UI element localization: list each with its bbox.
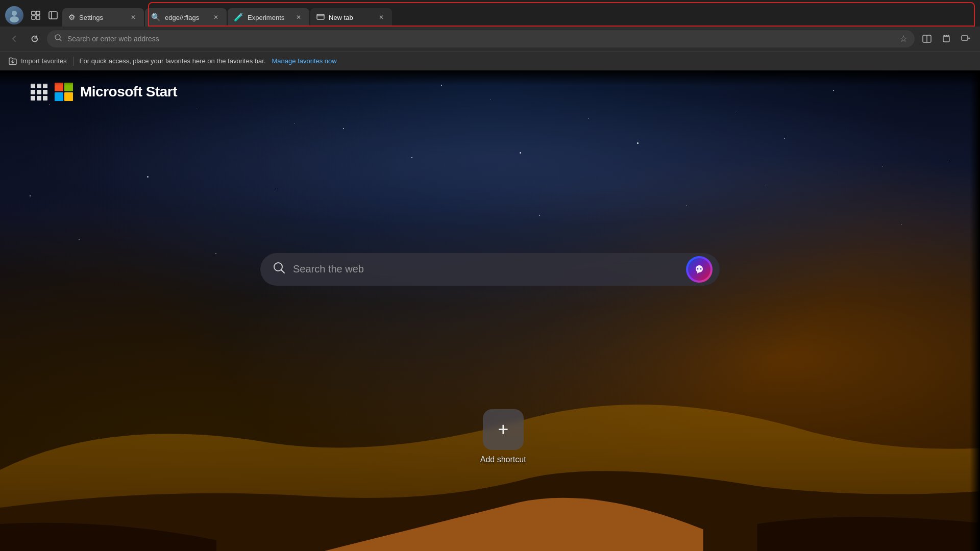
svg-point-1	[10, 16, 19, 22]
tab-experiments-close[interactable]: ✕	[294, 13, 303, 22]
tab-newtab[interactable]: New tab ✕	[310, 8, 392, 27]
newtab-tab-icon	[316, 13, 325, 22]
svg-point-22	[700, 268, 702, 269]
search-icon	[54, 34, 62, 44]
web-search-box[interactable]	[260, 253, 720, 286]
svg-point-21	[697, 268, 699, 269]
svg-rect-4	[32, 16, 35, 19]
address-bar[interactable]: ☆	[47, 30, 915, 47]
svg-rect-14	[943, 37, 949, 42]
tab-settings[interactable]: ⚙ Settings ✕	[62, 8, 144, 27]
refresh-button[interactable]	[27, 31, 43, 47]
copilot-button[interactable]	[686, 256, 713, 283]
tab-collections-button[interactable]	[28, 7, 44, 23]
top-border	[0, 70, 980, 86]
svg-rect-5	[36, 16, 40, 19]
tab-settings-label: Settings	[79, 14, 125, 21]
grid-dot	[37, 90, 41, 94]
add-shortcut[interactable]: + Add shortcut	[480, 409, 526, 464]
favorite-icon[interactable]: ☆	[899, 33, 908, 44]
search-box-container	[260, 253, 720, 286]
sidebar-toggle-button[interactable]	[45, 7, 61, 23]
grid-dot	[43, 96, 47, 101]
web-search-input[interactable]	[293, 263, 679, 275]
add-shortcut-icon: +	[498, 419, 508, 440]
address-input[interactable]	[67, 35, 894, 43]
tab-flags-close[interactable]: ✕	[211, 13, 220, 22]
svg-rect-8	[317, 14, 324, 19]
svg-point-19	[274, 263, 282, 271]
profile-avatar[interactable]	[5, 6, 23, 24]
split-screen-button[interactable]	[919, 31, 935, 47]
favorites-message: For quick access, place your favorites h…	[80, 57, 266, 65]
flags-tab-icon: 🔍	[151, 13, 161, 22]
grid-dot	[31, 90, 35, 94]
svg-line-20	[282, 270, 285, 273]
svg-line-11	[60, 39, 61, 41]
toolbar: ☆	[0, 27, 980, 51]
tab-bar: ⚙ Settings ✕ 🔍 edge//:flags ✕ 🧪 Experime…	[0, 0, 980, 27]
ms-logo-yellow	[64, 92, 73, 101]
tab-flags-label: edge//:flags	[165, 14, 207, 21]
back-button[interactable]	[6, 31, 22, 47]
main-content: Microsoft Start	[0, 70, 980, 551]
add-shortcut-button[interactable]: +	[483, 409, 524, 450]
import-favorites-button[interactable]: Import favorites	[8, 57, 67, 66]
ms-logo-blue	[55, 92, 63, 101]
ms-start-title: Microsoft Start	[80, 84, 177, 100]
tab-newtab-label: New tab	[329, 14, 373, 21]
add-tab-button[interactable]	[958, 31, 974, 47]
favorites-divider	[73, 57, 74, 66]
grid-dot	[37, 96, 41, 101]
grid-dot	[43, 90, 47, 94]
web-search-icon	[273, 261, 286, 278]
toolbar-actions	[919, 31, 974, 47]
right-border	[970, 70, 980, 551]
add-shortcut-label: Add shortcut	[480, 455, 526, 464]
tab-flags[interactable]: 🔍 edge//:flags ✕	[145, 8, 227, 27]
svg-rect-6	[49, 12, 57, 19]
experiments-tab-icon: 🧪	[234, 13, 243, 22]
ms-grid-icon[interactable]	[31, 84, 47, 101]
import-favorites-label: Import favorites	[21, 57, 67, 65]
settings-tab-icon: ⚙	[68, 13, 75, 22]
tabs-container: ⚙ Settings ✕ 🔍 edge//:flags ✕ 🧪 Experime…	[62, 4, 975, 27]
tab-experiments-label: Experiments	[248, 14, 290, 21]
tab-settings-close[interactable]: ✕	[129, 13, 138, 22]
collections-button[interactable]	[938, 31, 954, 47]
manage-favorites-link[interactable]: Manage favorites now	[272, 57, 337, 65]
svg-rect-3	[36, 11, 40, 15]
svg-rect-2	[32, 11, 35, 15]
tab-experiments[interactable]: 🧪 Experiments ✕	[228, 8, 309, 27]
svg-point-0	[12, 11, 17, 16]
tab-newtab-close[interactable]: ✕	[377, 13, 386, 22]
grid-dot	[31, 96, 35, 101]
svg-rect-15	[962, 36, 968, 40]
favorites-bar: Import favorites For quick access, place…	[0, 51, 980, 70]
copilot-icon	[688, 258, 710, 281]
